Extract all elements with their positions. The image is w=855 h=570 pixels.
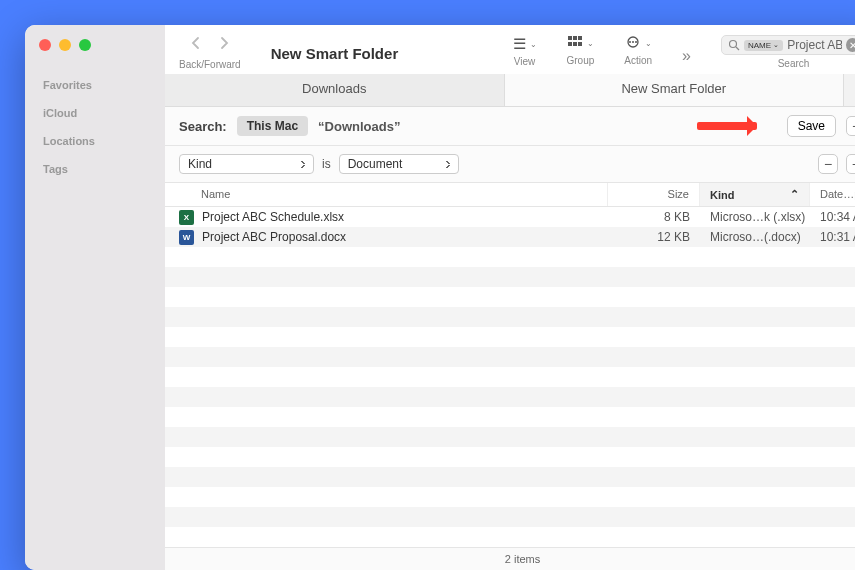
add-criteria-button[interactable]: + — [846, 154, 855, 174]
file-icon: W — [179, 230, 194, 245]
nav-label: Back/Forward — [179, 59, 241, 70]
clear-search-button[interactable]: ✕ — [846, 38, 855, 52]
group-icon — [567, 35, 583, 52]
svg-point-10 — [730, 41, 737, 48]
svg-rect-2 — [578, 36, 582, 40]
forward-button[interactable] — [218, 35, 230, 56]
svg-point-9 — [635, 41, 637, 43]
column-header-date[interactable]: Date…pe — [810, 183, 855, 206]
file-row[interactable]: XProject ABC Schedule.xlsx8 KBMicroso…k … — [165, 207, 855, 227]
sidebar-section-icloud[interactable]: iCloud — [25, 99, 165, 127]
criteria-row: Kind is Document − + — [165, 146, 855, 183]
save-button[interactable]: Save — [787, 115, 836, 137]
minimize-window-button[interactable] — [59, 39, 71, 51]
search-field[interactable]: NAME⌄ ✕ — [721, 35, 855, 55]
window-controls — [25, 39, 165, 71]
remove-criteria-button[interactable]: − — [818, 154, 838, 174]
search-input[interactable] — [787, 38, 842, 52]
zoom-window-button[interactable] — [79, 39, 91, 51]
sidebar: Favorites iCloud Locations Tags — [25, 25, 165, 570]
remove-scope-button[interactable]: − — [846, 116, 855, 136]
toolbar: Back/Forward New Smart Folder ☰⌄ View ⌄ … — [165, 25, 855, 74]
sidebar-section-favorites[interactable]: Favorites — [25, 71, 165, 99]
tab-downloads[interactable]: Downloads — [165, 74, 505, 106]
svg-rect-4 — [573, 42, 577, 46]
file-row[interactable]: WProject ABC Proposal.docx12 KBMicroso…(… — [165, 227, 855, 247]
empty-row — [165, 347, 855, 367]
view-icon: ☰ — [513, 35, 526, 53]
empty-row — [165, 447, 855, 467]
sidebar-section-tags[interactable]: Tags — [25, 155, 165, 183]
column-header-kind[interactable]: Kind⌃ — [700, 183, 810, 206]
svg-rect-0 — [568, 36, 572, 40]
svg-rect-5 — [578, 42, 582, 46]
file-date: 10:31 AM — [810, 230, 855, 244]
status-bar: 2 items — [165, 547, 855, 570]
empty-row — [165, 427, 855, 447]
svg-point-8 — [629, 41, 631, 43]
nav-group: Back/Forward — [179, 35, 241, 70]
empty-row — [165, 407, 855, 427]
empty-row — [165, 327, 855, 347]
file-name: Project ABC Schedule.xlsx — [202, 210, 344, 224]
toolbar-overflow-button[interactable]: » — [682, 41, 691, 65]
scope-this-mac[interactable]: This Mac — [237, 116, 308, 136]
action-group[interactable]: ⌄ Action — [624, 35, 652, 66]
action-label: Action — [624, 55, 652, 66]
back-button[interactable] — [190, 35, 202, 56]
search-scope-bar: Search: This Mac “Downloads” Save − — [165, 107, 855, 146]
search-icon — [728, 39, 740, 51]
tab-new-smart-folder[interactable]: New Smart Folder — [505, 74, 845, 106]
empty-row — [165, 367, 855, 387]
sidebar-section-locations[interactable]: Locations — [25, 127, 165, 155]
svg-rect-3 — [568, 42, 572, 46]
empty-row — [165, 467, 855, 487]
column-header-name[interactable]: Name — [165, 183, 608, 206]
scope-downloads[interactable]: “Downloads” — [318, 119, 400, 134]
file-name: Project ABC Proposal.docx — [202, 230, 346, 244]
chevron-down-icon: ⌄ — [645, 39, 652, 48]
empty-row — [165, 487, 855, 507]
annotation-arrow — [697, 122, 757, 130]
file-size: 12 KB — [608, 230, 700, 244]
file-kind: Microso…k (.xlsx) — [700, 210, 810, 224]
new-tab-button[interactable]: + — [844, 74, 855, 106]
empty-row — [165, 267, 855, 287]
group-label: Group — [567, 55, 595, 66]
criteria-value-select[interactable]: Document — [339, 154, 459, 174]
view-label: View — [514, 56, 536, 67]
svg-point-7 — [632, 41, 634, 43]
search-scope-label: Search: — [179, 119, 227, 134]
empty-row — [165, 307, 855, 327]
empty-row — [165, 287, 855, 307]
location-tabs: Downloads New Smart Folder + — [165, 74, 855, 107]
column-header-size[interactable]: Size — [608, 183, 700, 206]
file-date: 10:34 AM — [810, 210, 855, 224]
column-headers: Name Size Kind⌃ Date…pe — [165, 183, 855, 207]
empty-row — [165, 247, 855, 267]
search-label: Search — [778, 58, 810, 69]
file-size: 8 KB — [608, 210, 700, 224]
main-content: Back/Forward New Smart Folder ☰⌄ View ⌄ … — [165, 25, 855, 570]
chevron-down-icon: ⌄ — [587, 39, 594, 48]
empty-row — [165, 387, 855, 407]
svg-rect-1 — [573, 36, 577, 40]
svg-line-11 — [736, 47, 739, 50]
finder-window: Favorites iCloud Locations Tags Back/For… — [25, 25, 855, 570]
close-window-button[interactable] — [39, 39, 51, 51]
criteria-attribute-select[interactable]: Kind — [179, 154, 314, 174]
chevron-down-icon: ⌄ — [530, 40, 537, 49]
action-icon — [625, 35, 641, 52]
sort-asc-icon: ⌃ — [790, 188, 799, 201]
search-filter-token[interactable]: NAME⌄ — [744, 40, 783, 51]
empty-row — [165, 507, 855, 527]
window-title: New Smart Folder — [271, 43, 399, 62]
file-kind: Microso…(.docx) — [700, 230, 810, 244]
group-group[interactable]: ⌄ Group — [567, 35, 595, 66]
view-group[interactable]: ☰⌄ View — [513, 35, 537, 67]
criteria-operator: is — [322, 157, 331, 171]
file-list: XProject ABC Schedule.xlsx8 KBMicroso…k … — [165, 207, 855, 547]
file-icon: X — [179, 210, 194, 225]
